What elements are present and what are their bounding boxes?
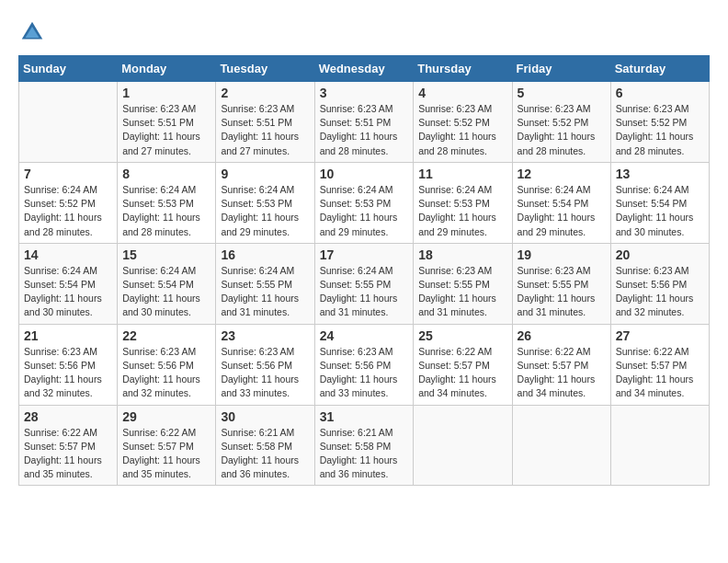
day-detail: Sunrise: 6:22 AM Sunset: 5:57 PM Dayligh… [418,345,506,401]
day-number: 31 [320,409,409,424]
day-detail: Sunrise: 6:22 AM Sunset: 5:57 PM Dayligh… [122,426,210,482]
calendar-header-cell: Saturday [610,56,709,82]
calendar-cell [19,82,118,163]
calendar-cell: 18Sunrise: 6:23 AM Sunset: 5:55 PM Dayli… [414,243,512,324]
day-detail: Sunrise: 6:23 AM Sunset: 5:56 PM Dayligh… [221,345,309,401]
day-detail: Sunrise: 6:24 AM Sunset: 5:54 PM Dayligh… [518,183,606,239]
calendar-cell: 31Sunrise: 6:21 AM Sunset: 5:58 PM Dayli… [314,405,414,486]
day-number: 13 [616,167,704,181]
day-detail: Sunrise: 6:23 AM Sunset: 5:52 PM Dayligh… [518,102,606,158]
day-detail: Sunrise: 6:24 AM Sunset: 5:54 PM Dayligh… [616,183,704,239]
day-detail: Sunrise: 6:24 AM Sunset: 5:55 PM Dayligh… [221,264,309,320]
day-detail: Sunrise: 6:23 AM Sunset: 5:51 PM Dayligh… [221,102,309,158]
calendar-row: 14Sunrise: 6:24 AM Sunset: 5:54 PM Dayli… [19,243,710,324]
day-detail: Sunrise: 6:23 AM Sunset: 5:56 PM Dayligh… [24,345,112,401]
day-number: 30 [221,409,309,424]
calendar-cell: 30Sunrise: 6:21 AM Sunset: 5:58 PM Dayli… [216,405,314,486]
day-number: 18 [418,247,506,262]
calendar-header: SundayMondayTuesdayWednesdayThursdayFrid… [19,56,710,82]
day-detail: Sunrise: 6:23 AM Sunset: 5:51 PM Dayligh… [122,102,210,158]
day-number: 16 [221,247,309,262]
day-number: 15 [122,247,210,262]
day-number: 5 [518,86,606,100]
calendar-row: 1Sunrise: 6:23 AM Sunset: 5:51 PM Daylig… [19,82,710,163]
day-number: 14 [24,247,112,262]
calendar-cell: 25Sunrise: 6:22 AM Sunset: 5:57 PM Dayli… [414,324,512,405]
day-number: 6 [616,86,704,100]
calendar-header-cell: Tuesday [216,56,314,82]
day-detail: Sunrise: 6:24 AM Sunset: 5:52 PM Dayligh… [24,183,112,239]
day-detail: Sunrise: 6:22 AM Sunset: 5:57 PM Dayligh… [518,345,606,401]
day-number: 10 [320,167,409,181]
day-detail: Sunrise: 6:21 AM Sunset: 5:58 PM Dayligh… [221,426,309,482]
day-detail: Sunrise: 6:24 AM Sunset: 5:54 PM Dayligh… [122,264,210,320]
day-number: 12 [518,167,606,181]
calendar-cell: 11Sunrise: 6:24 AM Sunset: 5:53 PM Dayli… [414,162,512,243]
day-number: 9 [221,167,309,181]
page-header [18,18,710,46]
day-detail: Sunrise: 6:24 AM Sunset: 5:54 PM Dayligh… [24,264,112,320]
calendar-header-cell: Wednesday [314,56,414,82]
day-detail: Sunrise: 6:23 AM Sunset: 5:51 PM Dayligh… [320,102,409,158]
calendar-cell: 26Sunrise: 6:22 AM Sunset: 5:57 PM Dayli… [512,324,610,405]
day-number: 25 [418,328,506,343]
day-number: 19 [518,247,606,262]
day-number: 1 [122,86,210,100]
day-number: 29 [122,409,210,424]
calendar-cell: 6Sunrise: 6:23 AM Sunset: 5:52 PM Daylig… [610,82,709,163]
day-number: 23 [221,328,309,343]
day-number: 11 [418,167,506,181]
day-detail: Sunrise: 6:23 AM Sunset: 5:52 PM Dayligh… [418,102,506,158]
day-number: 24 [320,328,409,343]
calendar-cell: 2Sunrise: 6:23 AM Sunset: 5:51 PM Daylig… [216,82,314,163]
calendar-cell: 22Sunrise: 6:23 AM Sunset: 5:56 PM Dayli… [118,324,216,405]
calendar-cell: 4Sunrise: 6:23 AM Sunset: 5:52 PM Daylig… [414,82,512,163]
day-detail: Sunrise: 6:23 AM Sunset: 5:55 PM Dayligh… [518,264,606,320]
day-number: 26 [518,328,606,343]
day-detail: Sunrise: 6:23 AM Sunset: 5:56 PM Dayligh… [616,264,704,320]
calendar-cell [512,405,610,486]
calendar-body: 1Sunrise: 6:23 AM Sunset: 5:51 PM Daylig… [19,82,710,486]
calendar-cell: 7Sunrise: 6:24 AM Sunset: 5:52 PM Daylig… [19,162,118,243]
day-detail: Sunrise: 6:24 AM Sunset: 5:53 PM Dayligh… [122,183,210,239]
day-number: 2 [221,86,309,100]
day-number: 22 [122,328,210,343]
calendar-header-cell: Thursday [414,56,512,82]
day-detail: Sunrise: 6:22 AM Sunset: 5:57 PM Dayligh… [616,345,704,401]
calendar-cell: 8Sunrise: 6:24 AM Sunset: 5:53 PM Daylig… [118,162,216,243]
calendar-cell [414,405,512,486]
day-detail: Sunrise: 6:24 AM Sunset: 5:53 PM Dayligh… [418,183,506,239]
day-detail: Sunrise: 6:23 AM Sunset: 5:55 PM Dayligh… [418,264,506,320]
calendar-cell: 5Sunrise: 6:23 AM Sunset: 5:52 PM Daylig… [512,82,610,163]
logo-icon [18,18,46,46]
day-number: 27 [616,328,704,343]
day-number: 7 [24,167,112,181]
day-detail: Sunrise: 6:24 AM Sunset: 5:53 PM Dayligh… [221,183,309,239]
calendar-cell: 10Sunrise: 6:24 AM Sunset: 5:53 PM Dayli… [314,162,414,243]
day-detail: Sunrise: 6:23 AM Sunset: 5:56 PM Dayligh… [320,345,409,401]
calendar-header-cell: Sunday [19,56,118,82]
calendar-cell: 29Sunrise: 6:22 AM Sunset: 5:57 PM Dayli… [118,405,216,486]
calendar-header-cell: Friday [512,56,610,82]
calendar-cell: 19Sunrise: 6:23 AM Sunset: 5:55 PM Dayli… [512,243,610,324]
calendar-row: 21Sunrise: 6:23 AM Sunset: 5:56 PM Dayli… [19,324,710,405]
calendar-cell [610,405,709,486]
calendar-cell: 17Sunrise: 6:24 AM Sunset: 5:55 PM Dayli… [314,243,414,324]
day-number: 8 [122,167,210,181]
day-detail: Sunrise: 6:23 AM Sunset: 5:56 PM Dayligh… [122,345,210,401]
calendar-cell: 23Sunrise: 6:23 AM Sunset: 5:56 PM Dayli… [216,324,314,405]
calendar-cell: 15Sunrise: 6:24 AM Sunset: 5:54 PM Dayli… [118,243,216,324]
calendar-cell: 1Sunrise: 6:23 AM Sunset: 5:51 PM Daylig… [118,82,216,163]
calendar-cell: 14Sunrise: 6:24 AM Sunset: 5:54 PM Dayli… [19,243,118,324]
logo [18,18,50,46]
calendar-cell: 28Sunrise: 6:22 AM Sunset: 5:57 PM Dayli… [19,405,118,486]
day-number: 28 [24,409,112,424]
calendar-cell: 13Sunrise: 6:24 AM Sunset: 5:54 PM Dayli… [610,162,709,243]
day-detail: Sunrise: 6:24 AM Sunset: 5:55 PM Dayligh… [320,264,409,320]
calendar-cell: 9Sunrise: 6:24 AM Sunset: 5:53 PM Daylig… [216,162,314,243]
calendar-row: 28Sunrise: 6:22 AM Sunset: 5:57 PM Dayli… [19,405,710,486]
calendar-cell: 24Sunrise: 6:23 AM Sunset: 5:56 PM Dayli… [314,324,414,405]
calendar-cell: 20Sunrise: 6:23 AM Sunset: 5:56 PM Dayli… [610,243,709,324]
calendar-cell: 3Sunrise: 6:23 AM Sunset: 5:51 PM Daylig… [314,82,414,163]
day-detail: Sunrise: 6:23 AM Sunset: 5:52 PM Dayligh… [616,102,704,158]
